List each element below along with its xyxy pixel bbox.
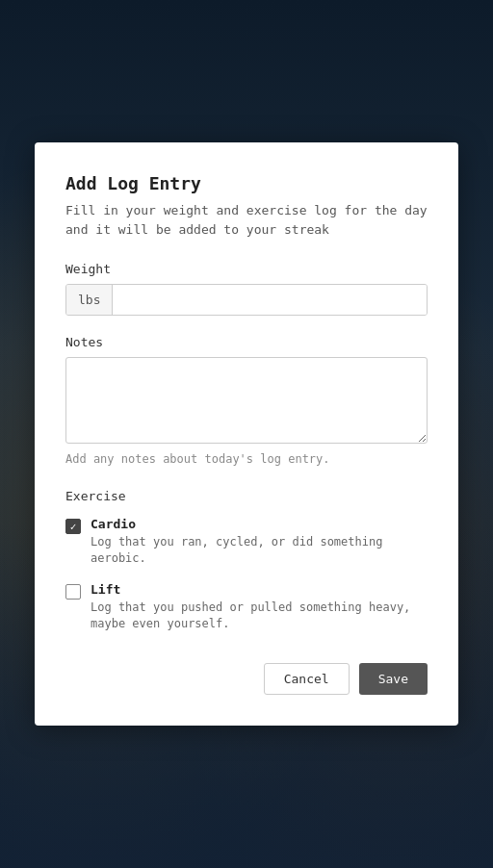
cardio-description: Log that you ran, cycled, or did somethi… xyxy=(91,534,428,567)
cancel-button[interactable]: Cancel xyxy=(264,663,350,695)
lift-name: Lift xyxy=(91,582,428,597)
weight-input[interactable] xyxy=(113,285,427,315)
cardio-text: Cardio Log that you ran, cycled, or did … xyxy=(91,517,428,567)
lift-text: Lift Log that you pushed or pulled somet… xyxy=(91,582,428,632)
cardio-checkbox-wrapper[interactable] xyxy=(65,519,81,534)
save-button[interactable]: Save xyxy=(359,663,428,695)
exercise-item-lift: Lift Log that you pushed or pulled somet… xyxy=(65,582,428,632)
weight-unit: lbs xyxy=(66,285,113,315)
dialog-title: Add Log Entry xyxy=(65,173,428,193)
notes-textarea[interactable] xyxy=(65,357,428,444)
lift-checkbox-wrapper[interactable] xyxy=(65,584,81,600)
button-row: Cancel Save xyxy=(65,663,428,695)
dialog-description: Fill in your weight and exercise log for… xyxy=(65,201,428,239)
exercise-item-cardio: Cardio Log that you ran, cycled, or did … xyxy=(65,517,428,567)
lift-description: Log that you pushed or pulled something … xyxy=(91,600,428,632)
exercise-label: Exercise xyxy=(65,489,428,503)
notes-hint: Add any notes about today's log entry. xyxy=(65,452,428,466)
cardio-checkbox[interactable] xyxy=(65,519,81,534)
weight-label: Weight xyxy=(65,262,428,276)
notes-label: Notes xyxy=(65,335,428,349)
add-log-entry-dialog: Add Log Entry Fill in your weight and ex… xyxy=(35,142,458,725)
lift-checkbox[interactable] xyxy=(65,584,81,600)
weight-input-wrapper: lbs xyxy=(65,284,428,316)
cardio-name: Cardio xyxy=(91,517,428,531)
